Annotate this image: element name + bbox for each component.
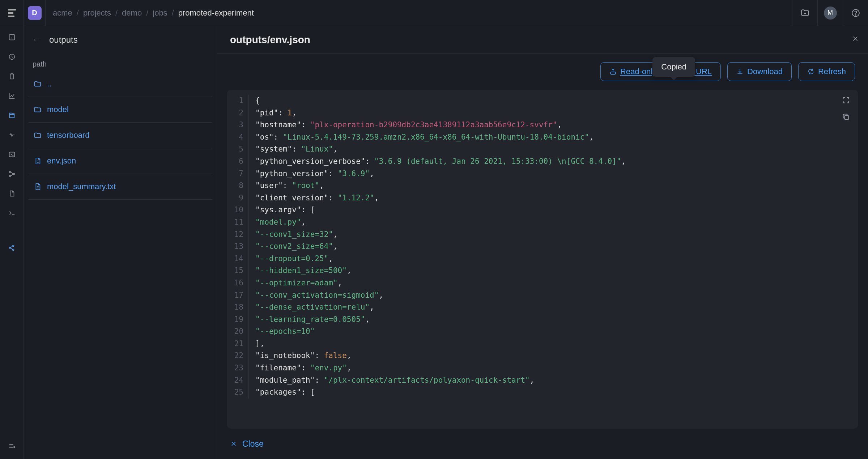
code-line: 5 "system": "Linux",: [227, 143, 858, 156]
code-line: 7 "python_version": "3.6.9",: [227, 168, 858, 180]
code-line-content: "--dense_activation=relu",: [255, 301, 374, 314]
code-line: 19 "--learning_rate=0.0505",: [227, 314, 858, 326]
tree-item[interactable]: model_summary.txt: [28, 174, 212, 200]
rail-console-icon[interactable]: [7, 208, 17, 218]
rail-clock-icon[interactable]: [7, 52, 17, 61]
code-line-content: "model.py",: [255, 216, 306, 229]
rail-lineage-icon[interactable]: [7, 169, 17, 179]
refresh-icon: [807, 68, 814, 75]
refresh-button[interactable]: Refresh: [798, 62, 855, 81]
rail-heart-icon[interactable]: [7, 130, 17, 140]
code-line: 9 "client_version": "1.12.2",: [227, 192, 858, 204]
line-number: 2: [227, 107, 249, 119]
topbar-right: M: [792, 0, 868, 26]
line-number: 11: [227, 216, 249, 229]
line-number: 24: [227, 374, 249, 387]
copy-code-button[interactable]: [841, 111, 851, 122]
code-view[interactable]: 1{2 "pid": 1,3 "hostname": "plx-operatio…: [227, 90, 858, 404]
line-number: 4: [227, 131, 249, 144]
line-number: 21: [227, 338, 249, 350]
tree-header-title: outputs: [49, 35, 78, 45]
svg-point-10: [12, 245, 14, 247]
avatar-letter: M: [824, 7, 837, 20]
fullscreen-button[interactable]: [841, 95, 851, 106]
svg-point-9: [9, 247, 10, 248]
code-line: 11 "model.py",: [227, 216, 858, 229]
code-line-content: "--conv1_size=32",: [255, 229, 338, 241]
code-line: 21 ],: [227, 338, 858, 350]
breadcrumb-jobs[interactable]: jobs: [153, 8, 167, 18]
line-number: 16: [227, 277, 249, 289]
code-actions: [841, 95, 851, 122]
rail-file-icon[interactable]: [7, 189, 17, 198]
code-line: 18 "--dense_activation=relu",: [227, 301, 858, 314]
line-number: 6: [227, 156, 249, 168]
rail-terminal-icon[interactable]: [7, 150, 17, 159]
code-line-content: "--conv_activation=sigmoid",: [255, 289, 383, 302]
code-line: 13 "--conv2_size=64",: [227, 241, 858, 253]
content-title-bar: outputs/env.json: [217, 26, 868, 54]
help-icon: [851, 8, 860, 18]
project-badge-container[interactable]: D: [24, 0, 46, 26]
rail-clipboard-icon[interactable]: [7, 72, 17, 81]
line-number: 7: [227, 168, 249, 180]
code-line-content: "user": "root",: [255, 180, 324, 192]
breadcrumb-separator: /: [172, 8, 174, 18]
rail-share-icon[interactable]: [7, 243, 17, 252]
code-line: 17 "--conv_activation=sigmoid",: [227, 289, 858, 302]
share-icon: [609, 68, 617, 75]
content-panel: outputs/env.json Copied Read-only sharea…: [217, 26, 868, 459]
tree-item[interactable]: ..: [28, 71, 212, 97]
tree-header: ← outputs: [24, 26, 217, 54]
code-line-content: "os": "Linux-5.4.149-73.259.amzn2.x86_64…: [255, 131, 594, 144]
svg-point-6: [9, 171, 10, 173]
tree-column-header: path: [24, 54, 217, 71]
user-avatar[interactable]: M: [817, 0, 843, 26]
rail-chart-icon[interactable]: [7, 91, 17, 101]
folder-plus-icon: [800, 8, 810, 18]
code-line: 4 "os": "Linux-5.4.149-73.259.amzn2.x86_…: [227, 131, 858, 144]
line-number: 3: [227, 119, 249, 131]
svg-point-8: [9, 175, 10, 177]
line-number: 5: [227, 143, 249, 156]
tree-item-label: model: [47, 105, 69, 114]
rail-artifacts-icon[interactable]: [7, 111, 17, 120]
close-panel-button[interactable]: [851, 35, 859, 43]
content-title: outputs/env.json: [230, 34, 310, 46]
copied-tooltip: Copied: [652, 57, 695, 77]
tree-item-label: ..: [47, 79, 51, 89]
new-folder-button[interactable]: [792, 0, 817, 26]
file-tree-panel: ← outputs path ..modeltensorboardenv.jso…: [24, 26, 217, 459]
line-number: 13: [227, 241, 249, 253]
app-menu-button[interactable]: [0, 0, 24, 26]
file-icon: [33, 182, 42, 191]
file-icon: [33, 157, 42, 165]
line-number: 22: [227, 350, 249, 362]
tree-item[interactable]: env.json: [28, 148, 212, 174]
code-line-content: "python_version": "3.6.9",: [255, 168, 374, 180]
tree-back-button[interactable]: ←: [33, 35, 41, 44]
close-button[interactable]: Close: [230, 439, 264, 449]
help-button[interactable]: [843, 0, 868, 26]
line-number: 9: [227, 192, 249, 204]
code-line-content: "client_version": "1.12.2",: [255, 192, 379, 204]
breadcrumb-demo[interactable]: demo: [122, 8, 142, 18]
breadcrumb-separator: /: [115, 8, 118, 18]
rail-info-icon[interactable]: [7, 33, 17, 42]
breadcrumb-separator: /: [77, 8, 79, 18]
tree-item[interactable]: tensorboard: [28, 123, 212, 148]
content-footer: Close: [217, 429, 868, 459]
download-button[interactable]: Download: [727, 62, 792, 81]
breadcrumb-projects[interactable]: projects: [83, 8, 111, 18]
code-line-content: "python_version_verbose": "3.6.9 (defaul…: [255, 156, 626, 168]
code-line-content: "--hidden1_size=500",: [255, 265, 352, 277]
svg-point-1: [855, 14, 856, 15]
code-line-content: "--learning_rate=0.0505",: [255, 314, 370, 326]
code-line-content: "--dropout=0.25",: [255, 253, 333, 265]
tree-item[interactable]: model: [28, 97, 212, 123]
folder-icon: [33, 131, 42, 140]
refresh-label: Refresh: [818, 67, 846, 76]
left-rail: [0, 26, 24, 459]
breadcrumb-acme[interactable]: acme: [53, 8, 72, 18]
rail-expand-icon[interactable]: [7, 442, 17, 452]
